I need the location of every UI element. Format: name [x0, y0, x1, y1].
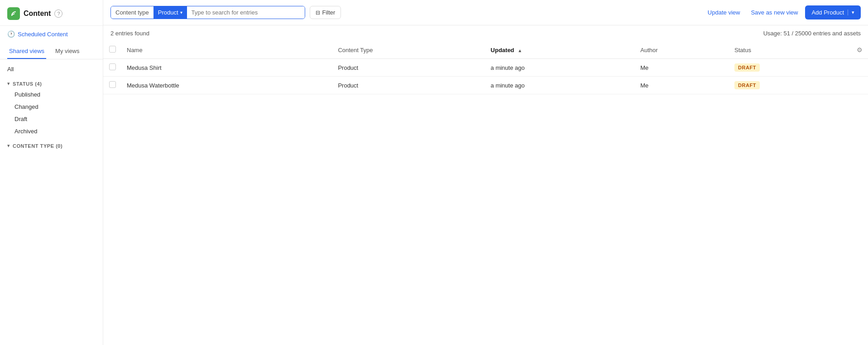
row-actions — [850, 77, 868, 94]
row-content-type: Product — [332, 77, 485, 94]
status-column-header[interactable]: Status — [729, 41, 850, 59]
row-checkbox[interactable] — [109, 81, 116, 88]
filter-bar: Content type Product ▾ — [110, 6, 305, 19]
sidebar: Content ? 🕐 Scheduled Content Shared vie… — [0, 0, 103, 345]
main-content: Content type Product ▾ ⊟ Filter Update v… — [103, 0, 868, 345]
row-updated: a minute ago — [485, 77, 635, 94]
settings-column-header[interactable]: ⚙ — [850, 41, 868, 59]
status-section: ▾ STATUS (4) Published Changed Draft Arc… — [0, 77, 103, 137]
table-container: 2 entries found Usage: 51 / 25000 entrie… — [103, 25, 868, 345]
sidebar-item-archived[interactable]: Archived — [0, 125, 103, 137]
sidebar-nav: All ▾ STATUS (4) Published Changed Draft… — [0, 59, 103, 345]
row-status: DRAFT — [729, 77, 850, 94]
row-checkbox-cell[interactable] — [103, 59, 121, 77]
filter-icon: ⊟ — [316, 10, 320, 16]
sidebar-item-published[interactable]: Published — [0, 88, 103, 101]
sidebar-all[interactable]: All — [0, 63, 103, 75]
author-column-header[interactable]: Author — [635, 41, 729, 59]
row-status: DRAFT — [729, 59, 850, 77]
content-type-chevron-icon: ▾ — [7, 143, 10, 149]
content-type-column-header[interactable]: Content Type — [332, 41, 485, 59]
sidebar-item-changed[interactable]: Changed — [0, 101, 103, 113]
table-header-row: Name Content Type Updated ▲ Author Statu… — [103, 41, 868, 59]
content-type-section: ▾ CONTENT TYPE (0) — [0, 139, 103, 151]
updated-column-header[interactable]: Updated ▲ — [485, 41, 635, 59]
clock-icon: 🕐 — [7, 30, 15, 38]
select-all-checkbox[interactable] — [109, 46, 116, 53]
row-checkbox[interactable] — [109, 63, 116, 70]
topbar: Content type Product ▾ ⊟ Filter Update v… — [103, 0, 868, 25]
table-settings-gear-icon[interactable]: ⚙ — [857, 46, 863, 53]
add-product-button[interactable]: Add Product ▾ — [805, 5, 861, 19]
status-section-header[interactable]: ▾ STATUS (4) — [0, 77, 103, 88]
row-name[interactable]: Medusa Waterbottle — [121, 77, 332, 94]
filter-button[interactable]: ⊟ Filter — [310, 6, 341, 19]
name-column-header[interactable]: Name — [121, 41, 332, 59]
row-author: Me — [635, 59, 729, 77]
filter-label: Content type — [111, 6, 153, 19]
filter-type-chevron-icon: ▾ — [180, 10, 182, 15]
add-product-chevron-icon: ▾ — [848, 10, 854, 15]
scheduled-content-link[interactable]: 🕐 Scheduled Content — [0, 26, 103, 42]
row-updated: a minute ago — [485, 59, 635, 77]
status-badge: DRAFT — [734, 63, 760, 72]
table-meta: 2 entries found Usage: 51 / 25000 entrie… — [103, 25, 868, 41]
tab-shared-views[interactable]: Shared views — [7, 44, 46, 59]
update-view-button[interactable]: Update view — [704, 6, 744, 19]
table-row: Medusa Shirt Product a minute ago Me DRA… — [103, 59, 868, 77]
status-badge: DRAFT — [734, 81, 760, 89]
usage-text: Usage: 51 / 25000 entries and assets — [763, 30, 861, 37]
entries-count: 2 entries found — [110, 30, 149, 37]
sidebar-item-draft[interactable]: Draft — [0, 113, 103, 125]
entries-table: Name Content Type Updated ▲ Author Statu… — [103, 41, 868, 94]
help-icon[interactable]: ? — [54, 10, 62, 18]
row-author: Me — [635, 77, 729, 94]
table-row: Medusa Waterbottle Product a minute ago … — [103, 77, 868, 94]
save-as-new-view-button[interactable]: Save as new view — [747, 6, 801, 19]
search-input[interactable] — [187, 6, 305, 19]
row-checkbox-cell[interactable] — [103, 77, 121, 94]
tab-my-views[interactable]: My views — [53, 44, 81, 59]
views-tabs: Shared views My views — [0, 44, 103, 59]
content-type-section-header[interactable]: ▾ CONTENT TYPE (0) — [0, 139, 103, 151]
app-title: Content — [24, 10, 51, 18]
sort-icon: ▲ — [518, 48, 522, 53]
row-actions — [850, 59, 868, 77]
sidebar-header: Content ? — [0, 0, 103, 26]
row-content-type: Product — [332, 59, 485, 77]
filter-type-button[interactable]: Product ▾ — [153, 6, 187, 19]
app-logo — [7, 7, 20, 20]
status-chevron-icon: ▾ — [7, 81, 10, 87]
select-all-header[interactable] — [103, 41, 121, 59]
row-name[interactable]: Medusa Shirt — [121, 59, 332, 77]
